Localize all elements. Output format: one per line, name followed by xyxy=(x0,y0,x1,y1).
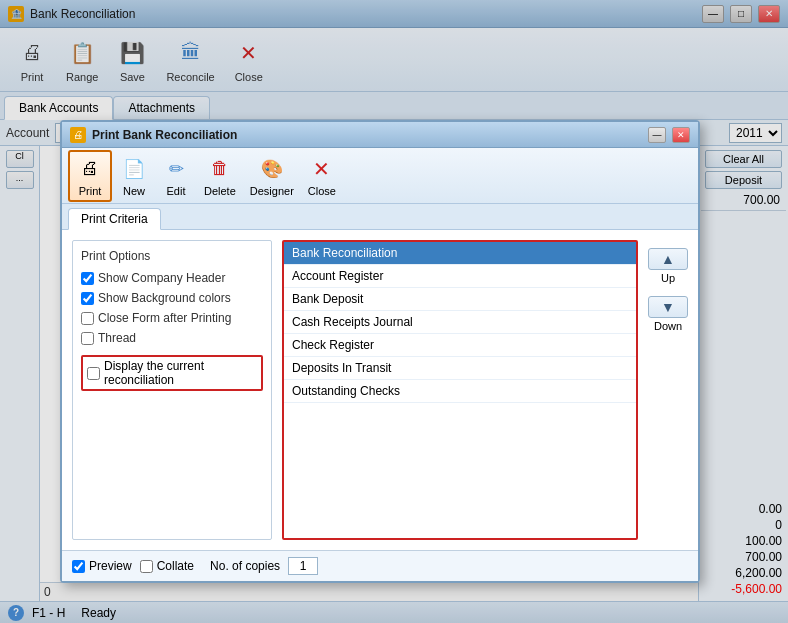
dialog-title-bar: 🖨 Print Bank Reconciliation — ✕ xyxy=(62,122,698,148)
dialog-print-icon: 🖨 xyxy=(70,127,86,143)
preview-checkbox[interactable] xyxy=(72,560,85,573)
dialog-close2-icon: ✕ xyxy=(308,155,336,183)
report-list-item-cash-receipts-journal[interactable]: Cash Receipts Journal xyxy=(284,311,636,334)
dialog-new-button[interactable]: 📄 New xyxy=(114,152,154,200)
report-list-item-deposits-in-transit[interactable]: Deposits In Transit xyxy=(284,357,636,380)
print-options-title: Print Options xyxy=(81,249,263,263)
show-company-header-checkbox[interactable] xyxy=(81,272,94,285)
collate-checkbox[interactable] xyxy=(140,560,153,573)
report-list-item-bank-deposit[interactable]: Bank Deposit xyxy=(284,288,636,311)
dialog-designer-button[interactable]: 🎨 Designer xyxy=(244,152,300,200)
print-options-panel: Print Options Show Company Header Show B… xyxy=(72,240,272,540)
dialog-new-label: New xyxy=(123,185,145,197)
display-current-reconciliation-label: Display the current reconciliation xyxy=(104,359,257,387)
dialog-minimize-button[interactable]: — xyxy=(648,127,666,143)
down-arrow-icon: ▼ xyxy=(653,299,683,315)
dialog-toolbar: 🖨 Print 📄 New ✏ Edit 🗑 Delete 🎨 De xyxy=(62,148,698,204)
show-company-header-label: Show Company Header xyxy=(98,271,225,285)
modal-overlay: 🖨 Print Bank Reconciliation — ✕ 🖨 Print … xyxy=(0,0,788,623)
new-icon: 📄 xyxy=(120,155,148,183)
option-thread: Thread xyxy=(81,331,263,345)
dialog-tab-print-criteria[interactable]: Print Criteria xyxy=(68,208,161,230)
option-show-company-header: Show Company Header xyxy=(81,271,263,285)
dialog-bottom: Preview Collate No. of copies xyxy=(62,550,698,581)
thread-checkbox[interactable] xyxy=(81,332,94,345)
report-list-item-check-register[interactable]: Check Register xyxy=(284,334,636,357)
up-arrow-icon: ▲ xyxy=(653,251,683,267)
dialog-edit-label: Edit xyxy=(167,185,186,197)
dialog-print-label: Print xyxy=(79,185,102,197)
dialog-delete-label: Delete xyxy=(204,185,236,197)
down-button[interactable]: ▼ xyxy=(648,296,688,318)
delete-icon: 🗑 xyxy=(206,155,234,183)
edit-icon: ✏ xyxy=(162,155,190,183)
updown-area: ▲ Up ▼ Down xyxy=(648,240,688,540)
copies-label: No. of copies xyxy=(210,559,280,573)
up-button[interactable]: ▲ xyxy=(648,248,688,270)
dialog-body: Print Options Show Company Header Show B… xyxy=(62,230,698,550)
option-close-form-after-printing: Close Form after Printing xyxy=(81,311,263,325)
report-list-item-outstanding-checks[interactable]: Outstanding Checks xyxy=(284,380,636,403)
collate-label: Collate xyxy=(157,559,194,573)
print-dialog: 🖨 Print Bank Reconciliation — ✕ 🖨 Print … xyxy=(60,120,700,583)
preview-row: Preview xyxy=(72,559,132,573)
dialog-close-button[interactable]: ✕ xyxy=(672,127,690,143)
show-background-colors-checkbox[interactable] xyxy=(81,292,94,305)
collate-row: Collate xyxy=(140,559,194,573)
report-list-item-account-register[interactable]: Account Register xyxy=(284,265,636,288)
report-list-area: Bank Reconciliation Account Register Ban… xyxy=(282,240,638,540)
up-label: Up xyxy=(661,272,675,284)
dialog-print-button[interactable]: 🖨 Print xyxy=(68,150,112,202)
dialog-title: Print Bank Reconciliation xyxy=(92,128,642,142)
option-show-background-colors: Show Background colors xyxy=(81,291,263,305)
copies-input[interactable] xyxy=(288,557,318,575)
display-current-reconciliation-row: Display the current reconciliation xyxy=(81,355,263,391)
dialog-print-icon2: 🖨 xyxy=(76,155,104,183)
thread-label: Thread xyxy=(98,331,136,345)
close-form-checkbox[interactable] xyxy=(81,312,94,325)
show-background-colors-label: Show Background colors xyxy=(98,291,231,305)
report-list-item-bank-reconciliation[interactable]: Bank Reconciliation xyxy=(284,242,636,265)
down-label: Down xyxy=(654,320,682,332)
close-form-label: Close Form after Printing xyxy=(98,311,231,325)
designer-icon: 🎨 xyxy=(258,155,286,183)
dialog-delete-button[interactable]: 🗑 Delete xyxy=(198,152,242,200)
dialog-edit-button[interactable]: ✏ Edit xyxy=(156,152,196,200)
dialog-close2-label: Close xyxy=(308,185,336,197)
dialog-close2-button[interactable]: ✕ Close xyxy=(302,152,342,200)
preview-label: Preview xyxy=(89,559,132,573)
dialog-tab-bar: Print Criteria xyxy=(62,204,698,230)
display-current-reconciliation-checkbox[interactable] xyxy=(87,367,100,380)
dialog-designer-label: Designer xyxy=(250,185,294,197)
